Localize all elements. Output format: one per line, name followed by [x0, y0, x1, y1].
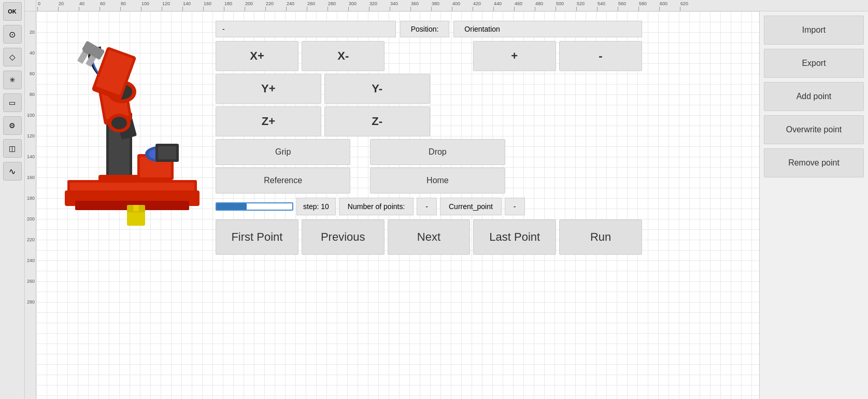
- left-ruler-mark: 200: [27, 216, 35, 222]
- grip-button[interactable]: Grip: [216, 139, 350, 165]
- left-ruler-mark: 20: [30, 30, 35, 35]
- image-button[interactable]: ▭: [3, 93, 22, 112]
- num-points-value: -: [417, 198, 437, 215]
- ruler-top: 0204060801001201401601802002202402602803…: [36, 0, 868, 11]
- reference-button[interactable]: Reference: [216, 168, 350, 194]
- remove-point-button[interactable]: Remove point: [764, 148, 864, 177]
- x-row: X+ X- + -: [216, 41, 642, 71]
- navigation-row: First Point Previous Next Last Point Run: [216, 219, 642, 255]
- ruler-corner: [25, 0, 36, 11]
- main-layout: 0204060801001201401601802002202402602803…: [25, 0, 868, 399]
- ruler-left: 20406080100120140160180200220240260280: [25, 11, 36, 399]
- slider-container: [216, 202, 293, 211]
- position-value-box: -: [216, 21, 396, 37]
- layers-button[interactable]: ◫: [3, 139, 22, 158]
- light-icon: ✳: [9, 76, 16, 84]
- add-point-button[interactable]: Add point: [764, 82, 864, 111]
- left-ruler-mark: 160: [27, 175, 35, 180]
- wave-button[interactable]: ∿: [3, 162, 22, 181]
- slider-fill: [217, 203, 247, 210]
- left-ruler-mark: 80: [30, 92, 35, 97]
- robot-button[interactable]: ⚙: [3, 116, 22, 135]
- main-content-area: 20406080100120140160180200220240260280: [25, 11, 868, 399]
- yplus-button[interactable]: Y+: [216, 74, 321, 104]
- num-points-label: Number of points:: [339, 198, 414, 215]
- orientation-label: Orientation: [464, 25, 500, 33]
- left-ruler-mark: 60: [30, 71, 35, 76]
- left-ruler-mark: 140: [27, 154, 35, 159]
- z-row: Z+ Z-: [216, 106, 642, 136]
- svg-rect-30: [158, 146, 176, 159]
- overwrite-point-button[interactable]: Overwrite point: [764, 115, 864, 144]
- zminus-button[interactable]: Z-: [324, 106, 430, 136]
- grip-drop-row: Grip Drop: [216, 139, 642, 165]
- first-point-button[interactable]: First Point: [216, 219, 298, 255]
- step-status-row: step: 10 Number of points: - Current_poi…: [216, 196, 642, 217]
- ref-home-row: Reference Home: [216, 168, 642, 194]
- robot-icon: ⚙: [9, 121, 16, 130]
- position-label-box: Position:: [400, 21, 450, 37]
- controls-overlay: - Position: Orientation X+ X- + -: [212, 17, 645, 399]
- run-button[interactable]: Run: [559, 219, 642, 255]
- svg-rect-18: [127, 211, 145, 226]
- left-ruler-mark: 260: [27, 279, 35, 284]
- left-ruler-mark: 40: [30, 50, 35, 56]
- xplus-button[interactable]: X+: [216, 41, 298, 71]
- export-button[interactable]: Export: [764, 49, 864, 78]
- pos-orient-row: - Position: Orientation: [216, 20, 642, 38]
- zplus-button[interactable]: Z+: [216, 106, 321, 136]
- light-button[interactable]: ✳: [3, 71, 22, 89]
- slider-track[interactable]: [216, 202, 293, 211]
- previous-button[interactable]: Previous: [302, 219, 385, 255]
- robot-container: [52, 37, 212, 235]
- left-ruler-mark: 220: [27, 237, 35, 242]
- dash-label: -: [222, 25, 225, 33]
- step-label: step: 10: [296, 198, 336, 215]
- right-panel: Import Export Add point Overwrite point …: [759, 11, 868, 399]
- tag-icon: ◇: [9, 52, 16, 62]
- left-toolbar: OK ⊙ ◇ ✳ ▭ ⚙ ◫ ∿: [0, 0, 25, 399]
- xminus-button[interactable]: X-: [302, 41, 385, 71]
- image-icon: ▭: [9, 99, 16, 107]
- svg-rect-26: [70, 183, 194, 190]
- left-ruler-mark: 240: [27, 258, 35, 263]
- svg-point-28: [111, 117, 127, 129]
- y-row: Y+ Y-: [216, 74, 642, 104]
- orient-minus-button[interactable]: -: [559, 41, 642, 71]
- home-button[interactable]: Home: [370, 168, 505, 194]
- tag-button[interactable]: ◇: [3, 48, 22, 66]
- left-ruler-mark: 280: [27, 299, 35, 305]
- current-point-label: Current_point: [440, 198, 502, 215]
- canvas-area: - Position: Orientation X+ X- + -: [36, 11, 759, 399]
- ok-button[interactable]: OK: [3, 2, 22, 21]
- layers-icon: ◫: [9, 144, 16, 153]
- last-point-button[interactable]: Last Point: [473, 219, 556, 255]
- left-ruler-mark: 100: [27, 113, 35, 118]
- ok-icon: OK: [8, 8, 17, 15]
- wave-icon: ∿: [9, 167, 16, 176]
- orient-plus-button[interactable]: +: [473, 41, 556, 71]
- import-button[interactable]: Import: [764, 16, 864, 45]
- svg-rect-20: [133, 205, 139, 211]
- yminus-button[interactable]: Y-: [324, 74, 430, 104]
- current-point-value: -: [505, 198, 525, 215]
- cursor-button[interactable]: ⊙: [3, 25, 22, 44]
- position-label: Position:: [411, 25, 439, 33]
- left-ruler-mark: 120: [27, 133, 35, 139]
- orientation-label-box: Orientation: [453, 21, 642, 37]
- robot-svg: [54, 40, 210, 232]
- next-button[interactable]: Next: [388, 219, 471, 255]
- top-ruler-row: 0204060801001201401601802002202402602803…: [25, 0, 868, 11]
- drop-button[interactable]: Drop: [370, 139, 505, 165]
- left-ruler-mark: 180: [27, 196, 35, 201]
- cursor-icon: ⊙: [9, 30, 16, 39]
